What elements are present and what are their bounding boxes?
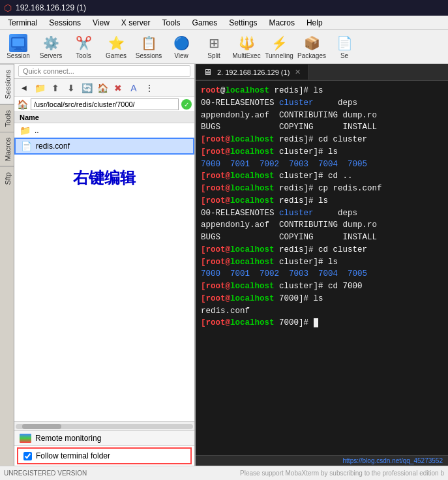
path-input[interactable]: [31, 98, 179, 110]
term-line-6: [root@localhost cluster]# ls: [201, 146, 443, 158]
monitoring-chart-icon: [20, 434, 31, 443]
term-line-3: appendonly.aof CONTRIBUTING dump.ro: [201, 110, 443, 122]
file-list[interactable]: 📁 .. 📄 redis.conf 右键编辑: [14, 123, 194, 421]
sessions-icon: 📋: [140, 34, 158, 52]
follow-terminal-checkbox[interactable]: [23, 452, 32, 460]
file-item-parent[interactable]: 📁 ..: [14, 123, 194, 138]
sessions-label: Sessions: [136, 52, 162, 59]
svg-rect-3: [14, 49, 22, 50]
session-label: Session: [7, 52, 30, 59]
follow-terminal-bar: Follow terminal folder: [17, 447, 192, 464]
remote-monitoring-bar: Remote monitoring: [14, 431, 194, 446]
tunneling-icon: ⚡: [270, 34, 288, 52]
toolbar-sessions-btn[interactable]: 📋 Sessions: [134, 33, 163, 61]
terminal-content[interactable]: root@localhost redis]# ls 00-RELEASENOTE…: [196, 81, 448, 455]
scrollbar-track[interactable]: [16, 424, 193, 429]
packages-icon: 📦: [303, 34, 321, 52]
menu-help[interactable]: Help: [301, 17, 328, 29]
games-icon: ⭐: [107, 34, 125, 52]
cursor: [314, 318, 319, 327]
tools-icon: ✂️: [74, 34, 93, 52]
menu-games[interactable]: Games: [187, 17, 223, 29]
games-label: Games: [106, 52, 127, 59]
term-line-14: [root@localhost redis]# cd cluster: [201, 244, 443, 256]
split-icon: ⊞: [205, 34, 223, 52]
menu-tools[interactable]: Tools: [157, 17, 186, 29]
session-icon: [9, 34, 27, 52]
folder-icon: 📁: [20, 125, 31, 136]
view-icon: 🔵: [172, 34, 190, 52]
tunneling-label: Tunneling: [265, 52, 293, 59]
main-layout: Sessions Tools Macros Sftp ◀ 📁 ⬆ ⬇ 🔄 🏠 ✖…: [0, 64, 448, 466]
file-item-redis-conf[interactable]: 📄 redis.conf: [14, 138, 194, 155]
footer-url[interactable]: https://blog.csdn.net/qq_45273552: [343, 457, 443, 464]
servers-icon: ⚙️: [42, 34, 60, 52]
refresh-btn[interactable]: 🔄: [80, 82, 94, 95]
terminal-tab-1[interactable]: 🖥 2. 192.168.126.129 (1) ✕: [196, 65, 309, 80]
name-column-header: Name: [20, 113, 39, 121]
term-line-18: [root@localhost 7000]# ls: [201, 293, 443, 305]
rename-btn[interactable]: A: [127, 82, 141, 95]
path-bar: 🏠 ✓: [14, 97, 194, 112]
toolbar-packages-btn[interactable]: 📦 Packages: [297, 33, 326, 61]
term-line-11: 00-RELEASENOTES cluster deps: [201, 207, 443, 220]
quick-connect-input[interactable]: [18, 65, 190, 77]
multiexec-icon: 🔱: [237, 34, 256, 52]
collapse-btn[interactable]: ◀: [17, 82, 31, 95]
app-icon: ⬡: [4, 3, 12, 13]
menu-view[interactable]: View: [87, 17, 115, 29]
term-line-7: 7000 7001 7002 7003 7004 7005: [201, 158, 443, 171]
file-icon: 📄: [21, 141, 32, 151]
term-line-8: [root@localhost cluster]# cd ..: [201, 170, 443, 183]
terminal-close-icon[interactable]: ✕: [295, 68, 301, 76]
toolbar-split-btn[interactable]: ⊞ Split: [200, 33, 228, 61]
term-line-15: [root@localhost cluster]# ls: [201, 256, 443, 269]
toolbar-session-btn[interactable]: Session: [4, 33, 33, 61]
menu-macros[interactable]: Macros: [264, 17, 300, 29]
new-folder-btn[interactable]: 📁: [33, 82, 47, 95]
toolbar-se-btn[interactable]: 📄 Se: [330, 33, 359, 61]
title-bar: ⬡ 192.168.126.129 (1): [0, 0, 448, 16]
file-panel: ◀ 📁 ⬆ ⬇ 🔄 🏠 ✖ A ⋮ 🏠 ✓ Name 📁 ..: [14, 64, 196, 466]
term-line-9: [root@localhost redis]# cp redis.conf: [201, 183, 443, 195]
menu-bar: Terminal Sessions View X server Tools Ga…: [0, 16, 448, 30]
scrollbar-thumb[interactable]: [22, 424, 61, 429]
menu-settings[interactable]: Settings: [224, 17, 262, 29]
toolbar-servers-btn[interactable]: ⚙️ Servers: [37, 33, 65, 61]
menu-xserver[interactable]: X server: [116, 17, 156, 29]
horizontal-scrollbar[interactable]: [14, 422, 194, 431]
term-line-17: [root@localhost cluster]# cd 7000: [201, 280, 443, 293]
file-name-parent: ..: [35, 126, 39, 135]
path-check-icon: ✓: [181, 99, 192, 110]
toolbar-tunneling-btn[interactable]: ⚡ Tunneling: [265, 33, 293, 61]
file-panel-bottom: Remote monitoring Follow terminal folder: [14, 421, 194, 466]
annotation-text: 右键编辑: [14, 155, 194, 202]
upload-btn[interactable]: ⬆: [48, 82, 63, 95]
toolbar-view-btn[interactable]: 🔵 View: [167, 33, 196, 61]
toolbar-games-btn[interactable]: ⭐ Games: [102, 33, 130, 61]
download-btn[interactable]: ⬇: [64, 82, 78, 95]
sidebar-item-sessions[interactable]: Sessions: [0, 64, 14, 104]
menu-terminal[interactable]: Terminal: [3, 17, 42, 29]
toolbar-multiexec-btn[interactable]: 🔱 MultiExec: [232, 33, 261, 61]
delete-btn[interactable]: ✖: [111, 82, 125, 95]
sidebar-item-sftp[interactable]: Sftp: [0, 166, 14, 190]
term-line-1: root@localhost redis]# ls: [201, 85, 443, 97]
se-label: Se: [340, 52, 348, 59]
terminal-footer: https://blog.csdn.net/qq_45273552: [196, 455, 448, 466]
quick-connect-bar: [14, 64, 194, 79]
status-right-text: Please support MobaXterm by subscribing …: [240, 470, 444, 477]
sidebar-item-macros[interactable]: Macros: [0, 132, 14, 166]
svg-rect-1: [12, 38, 24, 46]
sidebar-item-tools[interactable]: Tools: [0, 104, 14, 132]
terminal-panel: 🖥 2. 192.168.126.129 (1) ✕ root@localhos…: [196, 64, 448, 466]
term-line-4: BUGS COPYING INSTALL: [201, 121, 443, 134]
toolbar-tools-btn[interactable]: ✂️ Tools: [69, 33, 98, 61]
home-btn[interactable]: 🏠: [95, 82, 110, 95]
menu-sessions[interactable]: Sessions: [44, 17, 86, 29]
remote-monitoring-label: Remote monitoring: [35, 434, 101, 443]
servers-label: Servers: [40, 52, 62, 59]
left-tabs: Sessions Tools Macros Sftp: [0, 64, 14, 466]
more-btn[interactable]: ⋮: [142, 82, 157, 95]
window-title: 192.168.126.129 (1): [16, 3, 86, 12]
